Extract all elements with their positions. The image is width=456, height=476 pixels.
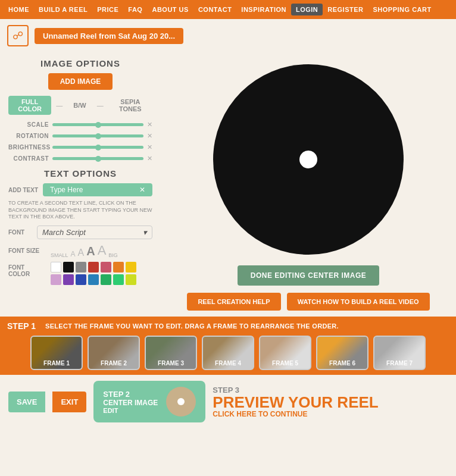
step1-strip: STEP 1 SELECT THE FRAME YOU WANT TO EDIT… <box>0 317 456 375</box>
nav-cart[interactable]: SHOPPING CART <box>368 6 436 13</box>
frame-4-item[interactable]: FRAME 4 <box>202 336 254 370</box>
reel-title[interactable]: Unnamed Reel from Sat Aug 20 20... <box>35 28 183 44</box>
nav-price[interactable]: PRICE <box>92 6 123 13</box>
nav-faq[interactable]: FAQ <box>123 6 147 13</box>
left-panel: IMAGE OPTIONS ADD IMAGE FULL COLOR — B/W… <box>0 52 161 317</box>
nav-home[interactable]: HOME <box>4 6 34 13</box>
brightness-slider[interactable] <box>52 146 143 149</box>
font-size-a3[interactable]: A <box>86 245 95 258</box>
add-image-button[interactable]: ADD IMAGE <box>48 73 113 90</box>
frame-1-label: FRAME 1 <box>32 360 82 367</box>
watch-video-button[interactable]: WATCH HOW TO BUILD A REEL VIDEO <box>287 293 430 311</box>
type-here-clear[interactable]: ✕ <box>139 186 145 194</box>
swatch-blue[interactable] <box>76 274 86 285</box>
reel-center-dot <box>299 151 317 168</box>
right-panel: DONE EDITING CENTER IMAGE REEL CREATION … <box>161 52 456 317</box>
font-name: March Script <box>42 228 86 237</box>
frame-3-thumb[interactable]: FRAME 3 <box>145 336 197 370</box>
step2-number: STEP 2 <box>103 390 158 399</box>
scale-slider-row: SCALE ✕ <box>8 121 152 129</box>
bw-btn[interactable]: B/W <box>67 99 92 111</box>
nav-contact[interactable]: CONTACT <box>193 6 236 13</box>
scale-slider[interactable] <box>52 123 143 126</box>
swatch-red[interactable] <box>88 262 99 273</box>
font-row: FONT March Script ▾ <box>8 226 152 239</box>
step3-box[interactable]: STEP 3 PREVIEW YOUR REEL CLICK HERE TO C… <box>213 386 448 418</box>
contrast-slider[interactable] <box>52 157 143 160</box>
add-text-label: ADD TEXT <box>8 187 38 193</box>
scale-clear[interactable]: ✕ <box>147 121 152 129</box>
swatch-row-1 <box>51 262 136 273</box>
nav-register[interactable]: REGISTER <box>323 6 368 13</box>
bottom-strip: SAVE EXIT STEP 2 CENTER IMAGE EDIT STEP … <box>0 375 456 428</box>
swatch-green[interactable] <box>101 274 111 285</box>
font-dropdown-icon: ▾ <box>143 228 147 237</box>
hint-text: TO CREATE A SECOND TEXT LINE, CLICK ON T… <box>8 200 152 221</box>
step3-sub: CLICK HERE TO CONTINUE <box>213 410 448 418</box>
nav-build[interactable]: BUILD A REEL <box>34 6 92 13</box>
frame-6-thumb[interactable]: FRAME 6 <box>316 336 368 370</box>
nav-login[interactable]: LOGIN <box>291 4 323 15</box>
exit-button[interactable]: EXIT <box>52 392 86 412</box>
frame-2-thumb[interactable]: FRAME 2 <box>88 336 140 370</box>
swatch-purple[interactable] <box>63 274 74 285</box>
color-swatches <box>51 262 136 285</box>
frame-7-label: FRAME 7 <box>374 360 424 367</box>
rotation-slider[interactable] <box>52 134 143 137</box>
frame-7-thumb[interactable]: FRAME 7 <box>373 336 426 370</box>
swatch-lime[interactable] <box>126 274 136 285</box>
contrast-slider-row: CONTRAST ✕ <box>8 155 152 162</box>
frame-1-thumb[interactable]: FRAME 1 <box>30 336 83 370</box>
font-size-big-label: BIG <box>108 252 118 258</box>
reel-preview-circle <box>213 64 404 255</box>
text-input-box[interactable]: Type Here ✕ <box>43 183 152 196</box>
contrast-clear[interactable]: ✕ <box>147 155 152 162</box>
frame-7-item[interactable]: FRAME 7 <box>373 336 426 370</box>
step1-header: STEP 1 SELECT THE FRAME YOU WANT TO EDIT… <box>7 321 449 331</box>
text-options-section: TEXT OPTIONS ADD TEXT Type Here ✕ TO CRE… <box>8 168 152 285</box>
main-content: IMAGE OPTIONS ADD IMAGE FULL COLOR — B/W… <box>0 52 456 317</box>
font-size-a1[interactable]: A <box>71 250 76 258</box>
font-color-row: FONT COLOR <box>8 262 152 285</box>
frame-2-item[interactable]: FRAME 2 <box>88 336 140 370</box>
font-label: FONT <box>8 229 32 236</box>
frame-5-item[interactable]: FRAME 5 <box>259 336 311 370</box>
step2-title: CENTER IMAGE <box>103 399 158 407</box>
done-editing-button[interactable]: DONE EDITING CENTER IMAGE <box>238 265 380 286</box>
frame-4-thumb[interactable]: FRAME 4 <box>202 336 254 370</box>
step2-text: STEP 2 CENTER IMAGE EDIT <box>103 390 158 414</box>
color-sep-2: — <box>97 102 104 109</box>
image-options-title: IMAGE OPTIONS <box>8 58 152 68</box>
swatch-yellow[interactable] <box>126 262 136 273</box>
step2-circle[interactable] <box>166 387 196 416</box>
step2-sub[interactable]: EDIT <box>103 407 158 414</box>
font-size-row: FONT SIZE SMALL A A A A BIG <box>8 243 152 258</box>
top-bar: ☍ Unnamed Reel from Sat Aug 20 20... <box>0 19 456 52</box>
sepia-btn[interactable]: SEPIA TONES <box>108 96 152 115</box>
brightness-slider-row: BRIGHTNESS ✕ <box>8 143 152 151</box>
nav-about[interactable]: ABOUT US <box>147 6 193 13</box>
frame-5-thumb[interactable]: FRAME 5 <box>259 336 311 370</box>
swatch-row-2 <box>51 274 136 285</box>
brightness-clear[interactable]: ✕ <box>147 143 152 151</box>
swatch-pink[interactable] <box>101 262 111 273</box>
nav-inspiration[interactable]: INSPIRATION <box>236 6 291 13</box>
swatch-gray[interactable] <box>76 262 86 273</box>
frame-6-item[interactable]: FRAME 6 <box>316 336 368 370</box>
font-size-a2[interactable]: A <box>78 248 85 258</box>
frame-3-item[interactable]: FRAME 3 <box>145 336 197 370</box>
swatch-light-green[interactable] <box>113 274 124 285</box>
swatch-black[interactable] <box>63 262 74 273</box>
swatch-sky-blue[interactable] <box>88 274 99 285</box>
frame-1-item[interactable]: FRAME 1 <box>30 336 83 370</box>
font-size-a4[interactable]: A <box>98 243 107 258</box>
save-button[interactable]: SAVE <box>8 392 45 412</box>
rotation-clear[interactable]: ✕ <box>147 132 152 140</box>
swatch-orange[interactable] <box>113 262 124 273</box>
reel-help-button[interactable]: REEL CREATION HELP <box>187 293 280 311</box>
swatch-lavender[interactable] <box>51 274 61 285</box>
font-selector[interactable]: March Script ▾ <box>37 226 152 239</box>
navigation: HOME BUILD A REEL PRICE FAQ ABOUT US CON… <box>0 0 456 19</box>
full-color-btn[interactable]: FULL COLOR <box>8 96 51 115</box>
swatch-white[interactable] <box>51 262 61 273</box>
